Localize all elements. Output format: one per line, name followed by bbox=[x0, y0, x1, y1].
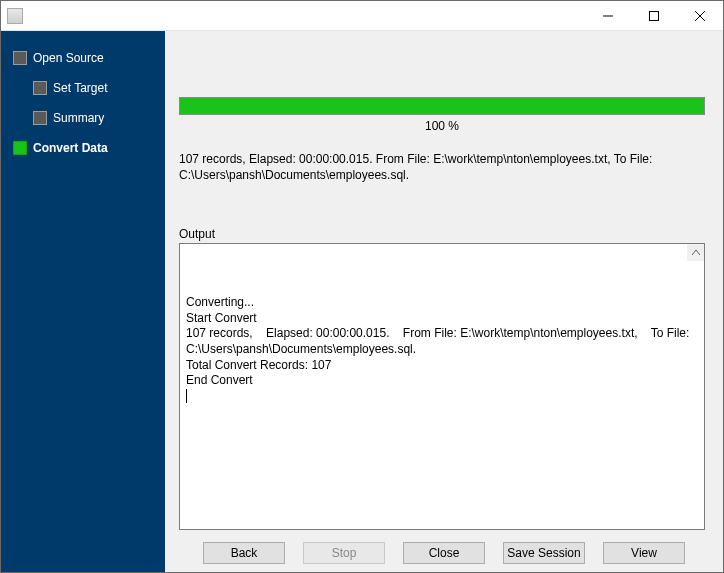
step-icon bbox=[13, 141, 27, 155]
stop-button: Stop bbox=[303, 542, 385, 564]
step-icon bbox=[33, 111, 47, 125]
status-text: 107 records, Elapsed: 00:00:00.015. From… bbox=[179, 151, 705, 183]
sidebar-item-open-source[interactable]: Open Source bbox=[1, 43, 165, 73]
output-line: 107 records, Elapsed: 00:00:00.015. From… bbox=[186, 326, 700, 357]
app-icon bbox=[7, 8, 23, 24]
output-line: End Convert bbox=[186, 373, 700, 389]
scroll-up-icon[interactable] bbox=[687, 244, 704, 261]
output-label: Output bbox=[179, 227, 705, 241]
main-panel: 100 % 107 records, Elapsed: 00:00:00.015… bbox=[165, 31, 723, 572]
sidebar-item-label: Convert Data bbox=[33, 141, 108, 155]
titlebar bbox=[1, 1, 723, 31]
app-window: Open SourceSet TargetSummaryConvert Data… bbox=[0, 0, 724, 573]
sidebar-item-label: Open Source bbox=[33, 51, 104, 65]
sidebar-item-label: Set Target bbox=[53, 81, 107, 95]
sidebar-item-set-target[interactable]: Set Target bbox=[1, 73, 165, 103]
view-button[interactable]: View bbox=[603, 542, 685, 564]
back-button[interactable]: Back bbox=[203, 542, 285, 564]
progress-percent-label: 100 % bbox=[179, 119, 705, 133]
save-session-button[interactable]: Save Session bbox=[503, 542, 585, 564]
minimize-button[interactable] bbox=[585, 1, 631, 31]
output-line: Total Convert Records: 107 bbox=[186, 358, 700, 374]
sidebar-item-summary[interactable]: Summary bbox=[1, 103, 165, 133]
button-bar: Back Stop Close Save Session View bbox=[165, 536, 723, 570]
sidebar-item-convert-data[interactable]: Convert Data bbox=[1, 133, 165, 163]
svg-rect-1 bbox=[650, 11, 659, 20]
progress-bar bbox=[179, 97, 705, 115]
step-icon bbox=[33, 81, 47, 95]
step-icon bbox=[13, 51, 27, 65]
output-textarea[interactable]: Converting...Start Convert107 records, E… bbox=[179, 243, 705, 530]
text-caret bbox=[186, 389, 187, 403]
maximize-button[interactable] bbox=[631, 1, 677, 31]
output-line: Converting... bbox=[186, 295, 700, 311]
output-line: Start Convert bbox=[186, 311, 700, 327]
sidebar: Open SourceSet TargetSummaryConvert Data bbox=[1, 31, 165, 572]
sidebar-item-label: Summary bbox=[53, 111, 104, 125]
close-action-button[interactable]: Close bbox=[403, 542, 485, 564]
close-button[interactable] bbox=[677, 1, 723, 31]
